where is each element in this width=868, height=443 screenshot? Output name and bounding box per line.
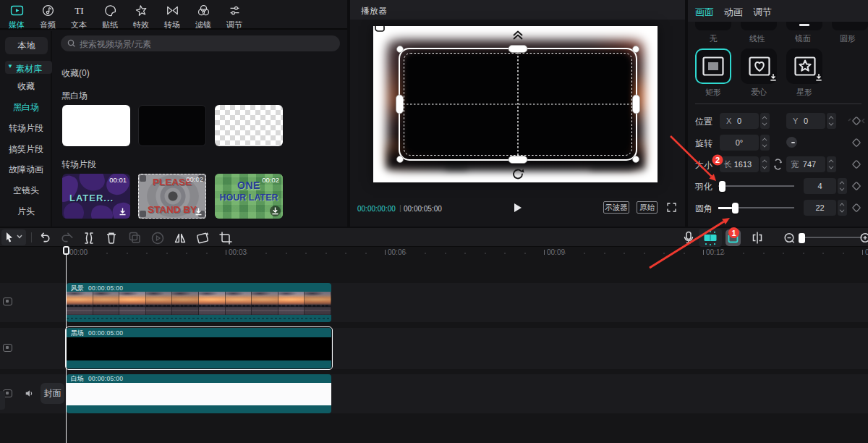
svg-text:TI: TI bbox=[75, 5, 84, 16]
